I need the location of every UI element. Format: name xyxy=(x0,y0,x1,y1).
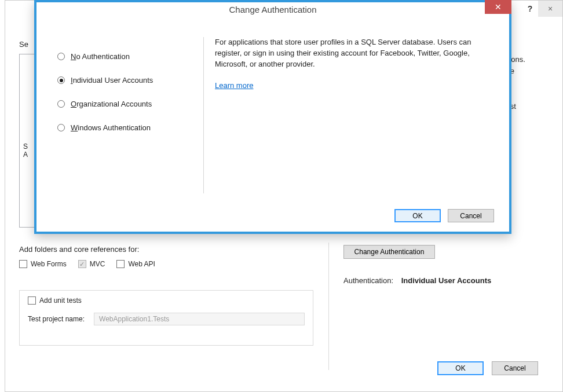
webforms-checkbox[interactable] xyxy=(19,260,27,268)
radio-icon xyxy=(57,124,65,131)
learn-more-link[interactable]: Learn more xyxy=(215,80,253,91)
change-authentication-button[interactable]: Change Authentication xyxy=(343,245,435,259)
add-unit-tests-checkbox[interactable] xyxy=(28,296,36,305)
auth-description: For applications that store user profile… xyxy=(215,37,494,91)
parent-close-button[interactable]: × xyxy=(538,1,562,17)
folders-label: Add folders and core references for: xyxy=(19,245,139,254)
add-unit-tests-label: Add unit tests xyxy=(39,296,82,305)
auth-options: No Authentication Individual User Accoun… xyxy=(57,52,191,147)
webforms-label: Web Forms xyxy=(31,260,67,268)
parent-cancel-button[interactable]: Cancel xyxy=(492,361,538,375)
webapi-label: Web API xyxy=(128,260,155,268)
radio-organizational-accounts[interactable]: Organizational Accounts xyxy=(57,100,191,108)
help-button[interactable]: ? xyxy=(522,1,538,17)
dialog-ok-button[interactable]: OK xyxy=(394,209,441,222)
authentication-value: Individual User Accounts xyxy=(401,276,492,285)
modal-divider xyxy=(203,37,204,193)
radio-icon xyxy=(57,100,65,108)
auth-description-text: For applications that store user profile… xyxy=(215,37,494,70)
parent-ok-button[interactable]: OK xyxy=(437,361,484,375)
dialog-cancel-button[interactable]: Cancel xyxy=(448,209,494,222)
test-project-name-input xyxy=(94,313,305,325)
unit-test-group: Add unit tests Test project name: xyxy=(19,290,313,346)
radio-icon xyxy=(57,76,65,84)
test-project-name-label: Test project name: xyxy=(28,315,85,323)
webapi-checkbox[interactable] xyxy=(116,260,125,268)
radio-windows-authentication[interactable]: Windows Authentication xyxy=(57,123,191,132)
close-icon: ✕ xyxy=(495,2,502,12)
authentication-label: Authentication: xyxy=(343,276,393,285)
dialog-close-button[interactable]: ✕ xyxy=(485,0,511,14)
mvc-checkbox xyxy=(78,260,86,268)
template-select-label: Se xyxy=(19,40,28,49)
radio-icon xyxy=(57,53,65,60)
template-item[interactable]: S A xyxy=(23,142,28,159)
change-authentication-dialog: Change Authentication ✕ No Authenticatio… xyxy=(34,0,511,234)
mvc-label: MVC xyxy=(90,260,105,268)
vertical-divider xyxy=(328,243,329,370)
authentication-line: Authentication: Individual User Accounts xyxy=(343,276,491,285)
dialog-title: Change Authentication xyxy=(36,5,509,14)
radio-no-authentication[interactable]: No Authentication xyxy=(57,52,191,61)
radio-individual-user-accounts[interactable]: Individual User Accounts xyxy=(57,76,191,85)
